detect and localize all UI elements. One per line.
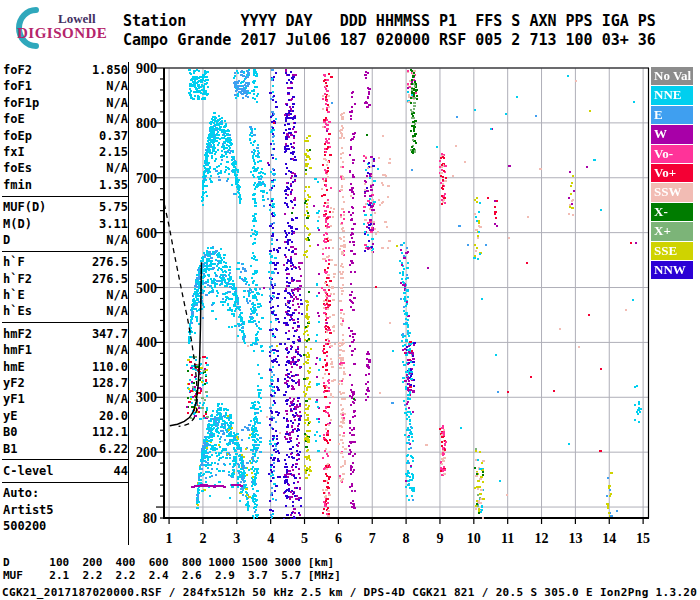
ionogram-window: Lowell DIGISONDE Station YYYY DAY DDD HH… [0, 0, 700, 600]
svg-text:15: 15 [636, 531, 650, 546]
svg-text:80: 80 [143, 511, 157, 526]
svg-text:7: 7 [369, 531, 376, 546]
svg-text:14: 14 [602, 531, 616, 546]
legend-item: NNE [651, 86, 693, 104]
svg-text:900: 900 [136, 61, 157, 76]
legend-item: E [651, 106, 693, 124]
legend-item: NNW [651, 261, 693, 279]
legend-item: X- [651, 203, 693, 221]
svg-text:11: 11 [501, 531, 514, 546]
svg-text:13: 13 [568, 531, 582, 546]
legend-item: No Val [651, 67, 693, 85]
svg-text:3: 3 [233, 531, 240, 546]
svg-text:6: 6 [335, 531, 342, 546]
svg-text:400: 400 [136, 335, 157, 350]
legend-item: SSE [651, 242, 693, 260]
ionogram-echo-dots [164, 68, 650, 519]
legend-item: X+ [651, 222, 693, 240]
svg-text:800: 800 [136, 116, 157, 131]
svg-text:1: 1 [166, 531, 173, 546]
svg-text:600: 600 [136, 226, 157, 241]
svg-text:500: 500 [136, 281, 157, 296]
legend-item: SSW [651, 183, 693, 201]
svg-text:4: 4 [267, 531, 274, 546]
svg-text:12: 12 [535, 531, 549, 546]
svg-text:300: 300 [136, 390, 157, 405]
svg-text:8: 8 [403, 531, 410, 546]
legend-item: W [651, 125, 693, 143]
svg-text:9: 9 [436, 531, 443, 546]
svg-text:200: 200 [136, 445, 157, 460]
legend-item: Vo+ [651, 164, 693, 182]
svg-text:700: 700 [136, 171, 157, 186]
svg-text:2: 2 [199, 531, 206, 546]
svg-text:5: 5 [301, 531, 308, 546]
doppler-direction-legend: No ValNNEEWVo-Vo+SSWX-X+SSENNW [651, 67, 694, 280]
svg-text:10: 10 [467, 531, 481, 546]
legend-item: Vo- [651, 145, 693, 163]
